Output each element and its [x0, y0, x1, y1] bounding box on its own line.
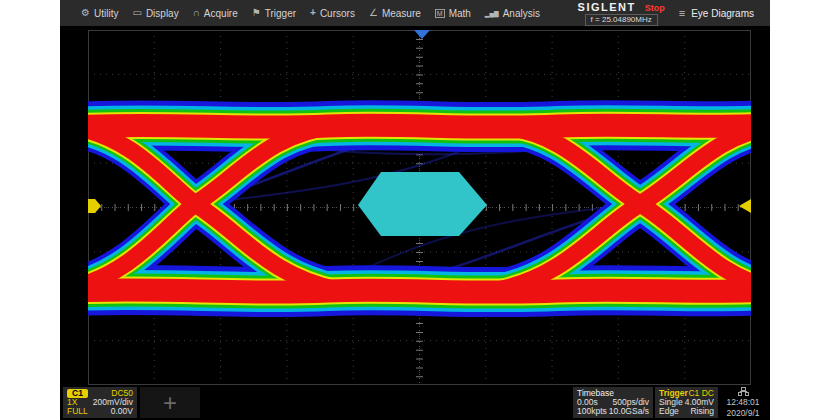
- menu-item-display[interactable]: Display: [125, 0, 185, 26]
- menu-item-label: Display: [146, 8, 179, 19]
- trigger-info-box[interactable]: Trigger C1 DC Single 4.00mV Edge Rising: [655, 387, 718, 418]
- lan-icon: [738, 387, 749, 396]
- trigger-type: Edge: [659, 407, 679, 416]
- add-channel-crosshair-icon: +: [163, 391, 177, 415]
- status-bar: C1 DC50 1X 200mV/div FULL 0.00V + Timeba…: [60, 385, 770, 420]
- timebase-info-box[interactable]: Timebase 0.00s 500ps/div 100kpts 10.0GSa…: [573, 387, 653, 418]
- trigger-slope: Rising: [690, 407, 714, 416]
- timebase-samplerate: 10.0GSa/s: [609, 407, 649, 416]
- mask-hexagon: [358, 172, 487, 236]
- screenshot-canvas: UtilityDisplayAcquireTriggerCursorsMeasu…: [0, 0, 840, 420]
- gear-icon: [81, 8, 90, 18]
- brand-row: SIGLENT Stop: [578, 1, 665, 13]
- clock-time: 12:48:01: [726, 398, 759, 407]
- cursors-icon: [310, 8, 316, 18]
- menu-item-label: Cursors: [320, 8, 355, 19]
- oscilloscope-ui: UtilityDisplayAcquireTriggerCursorsMeasu…: [60, 0, 770, 420]
- eye-diagram-plot[interactable]: [88, 30, 751, 385]
- menu-item-acquire[interactable]: Acquire: [186, 0, 245, 26]
- menu-item-label: Utility: [94, 8, 118, 19]
- menu-item-list: UtilityDisplayAcquireTriggerCursorsMeasu…: [60, 0, 547, 26]
- list-icon: [679, 7, 685, 19]
- clock-date: 2020/9/1: [726, 409, 759, 418]
- channel-offset-marker[interactable]: [88, 199, 101, 213]
- display-icon: [132, 8, 141, 18]
- channel1-offset: 0.00V: [111, 407, 133, 416]
- timebase-memdepth: 100kpts: [577, 407, 607, 416]
- menu-item-label: Measure: [382, 8, 421, 19]
- trigger-level-marker[interactable]: [739, 199, 751, 213]
- acquisition-status[interactable]: Stop: [645, 3, 665, 13]
- active-app-label[interactable]: Eye Diagrams: [665, 7, 770, 19]
- menu-item-cursors[interactable]: Cursors: [303, 0, 362, 26]
- menu-item-trigger[interactable]: Trigger: [245, 0, 303, 26]
- menu-item-label: Analysis: [503, 8, 540, 19]
- acquire-icon: [193, 8, 200, 18]
- analysis-icon: [485, 8, 499, 19]
- brand-status-block: SIGLENT Stop f = 25.04890MHz: [578, 1, 665, 26]
- channel1-bandwidth: FULL: [67, 407, 88, 416]
- mode-label: Eye Diagrams: [691, 8, 754, 19]
- menu-item-label: Trigger: [265, 8, 296, 19]
- menu-item-label: Acquire: [204, 8, 238, 19]
- trigger-position-marker[interactable]: [414, 30, 430, 39]
- menu-item-analysis[interactable]: Analysis: [478, 0, 547, 26]
- trigger-flag-icon: [252, 8, 261, 18]
- menu-item-measure[interactable]: Measure: [362, 0, 428, 26]
- menu-item-label: Math: [449, 8, 471, 19]
- measure-icon: [369, 8, 378, 18]
- channel1-info-box[interactable]: C1 DC50 1X 200mV/div FULL 0.00V: [63, 387, 137, 418]
- menu-item-math[interactable]: Math: [428, 0, 478, 26]
- datetime-box: 12:48:01 2020/9/1: [720, 387, 766, 418]
- add-channel-box[interactable]: +: [140, 387, 200, 418]
- math-icon: [435, 8, 445, 18]
- brand-logo: SIGLENT: [578, 1, 636, 13]
- trigger-frequency-readout: f = 25.04890MHz: [585, 14, 658, 26]
- menu-bar: UtilityDisplayAcquireTriggerCursorsMeasu…: [60, 0, 770, 26]
- menu-item-utility[interactable]: Utility: [74, 0, 125, 26]
- waveform-screen: [60, 26, 770, 385]
